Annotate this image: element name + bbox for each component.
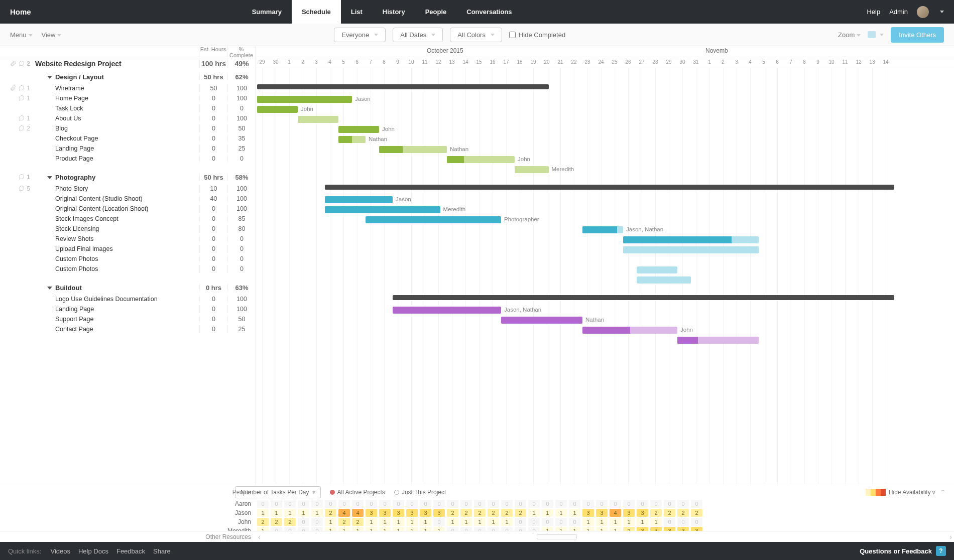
attachment-icon (10, 85, 16, 91)
nav-tab-schedule[interactable]: Schedule (292, 0, 341, 24)
hide-availability-toggle[interactable]: Hide Availability v (889, 489, 935, 496)
task-bar[interactable] (393, 307, 501, 314)
nav-tab-list[interactable]: List (341, 0, 373, 24)
task-row[interactable]: Contact Page025 (0, 324, 256, 334)
task-row[interactable]: Review Shots00 (0, 234, 256, 244)
summary-bar[interactable] (257, 84, 549, 89)
nav-tab-history[interactable]: History (373, 0, 415, 24)
color-mode-toggle[interactable] (868, 31, 884, 38)
scroll-right-icon[interactable]: › (947, 533, 954, 541)
scroll-left-icon[interactable]: ‹ (256, 533, 263, 541)
menu-dropdown[interactable]: Menu (10, 31, 33, 39)
comment-icon (18, 95, 25, 101)
task-bar[interactable] (325, 196, 393, 203)
footer-link-share[interactable]: Share (153, 547, 171, 555)
collapse-icon[interactable] (47, 287, 52, 290)
workload-cell: 2 (352, 518, 364, 526)
nav-tab-people[interactable]: People (415, 0, 457, 24)
task-bar[interactable] (582, 226, 623, 233)
task-row[interactable]: Custom Photos00 (0, 264, 256, 274)
task-row[interactable]: Landing Page025 (0, 144, 256, 154)
workload-cell: 1 (325, 518, 336, 526)
task-bar[interactable] (338, 136, 366, 143)
filter-colors[interactable]: All Colors (450, 28, 502, 42)
group-row[interactable]: Buildout0 hrs63% (0, 281, 256, 294)
summary-bar[interactable] (325, 185, 894, 190)
task-bar[interactable] (637, 266, 677, 273)
invite-button[interactable]: Invite Others (891, 27, 944, 43)
task-row[interactable]: 1Wireframe50100 (0, 83, 256, 93)
workload-cell: 0 (366, 500, 377, 508)
task-bar[interactable] (582, 327, 677, 334)
task-bar[interactable] (379, 146, 447, 153)
comment-count: 2 (27, 125, 30, 132)
collapse-icon[interactable] (47, 176, 52, 179)
workload-cell: 2 (677, 509, 689, 517)
workload-cell: 2 (664, 509, 675, 517)
task-bar[interactable] (677, 337, 759, 344)
collapse-panel-icon[interactable]: ⌃ (938, 488, 948, 496)
user-menu-caret[interactable] (940, 11, 944, 13)
summary-bar[interactable] (393, 295, 894, 300)
task-row[interactable]: 1About Us0100 (0, 113, 256, 123)
task-bar[interactable] (257, 106, 298, 113)
workload-cell: 0 (515, 527, 526, 531)
group-row[interactable]: 1Photography50 hrs58% (0, 171, 256, 184)
nav-tab-summary[interactable]: Summary (242, 0, 292, 24)
task-bar[interactable] (257, 96, 352, 103)
est-hours-cell: 10 (199, 185, 227, 192)
footer-link-feedback[interactable]: Feedback (116, 547, 145, 555)
task-bar[interactable] (623, 246, 759, 253)
task-bar[interactable] (366, 216, 501, 223)
task-list-panel: Est. Hours % Complete 2Website Redesign … (0, 46, 256, 485)
task-bar[interactable] (637, 276, 691, 284)
radio-all-projects[interactable]: All Active Projects (330, 489, 385, 496)
task-row[interactable]: Product Page00 (0, 154, 256, 164)
task-bar[interactable] (338, 126, 379, 133)
task-bar[interactable] (515, 166, 549, 173)
avatar[interactable] (917, 6, 929, 18)
horizontal-scrollbar[interactable] (263, 534, 948, 539)
nav-tab-conversations[interactable]: Conversations (456, 0, 522, 24)
task-row[interactable]: Logo Use Guidelines Documentation0100 (0, 294, 256, 304)
questions-feedback-button[interactable]: Questions or Feedback ? (860, 546, 946, 556)
task-row[interactable]: Upload Final Images00 (0, 244, 256, 254)
task-bar[interactable] (447, 156, 515, 163)
task-row[interactable]: 2Blog050 (0, 123, 256, 133)
footer-link-videos[interactable]: Videos (50, 547, 70, 555)
radio-this-project[interactable]: Just This Project (394, 489, 446, 496)
collapse-icon[interactable] (47, 76, 52, 79)
task-row[interactable]: Checkout Page035 (0, 133, 256, 144)
assignee-label: Photographer (504, 216, 539, 222)
task-row[interactable]: 5Photo Story10100 (0, 184, 256, 194)
workload-cell: 0 (691, 518, 702, 526)
task-row[interactable]: 1Home Page0100 (0, 93, 256, 103)
task-row[interactable]: Stock Licensing080 (0, 224, 256, 234)
task-bar[interactable] (501, 317, 582, 324)
task-row[interactable]: Stock Images Concept085 (0, 214, 256, 224)
task-row[interactable]: Custom Photos00 (0, 254, 256, 264)
admin-link[interactable]: Admin (889, 8, 908, 16)
footer-link-help-docs[interactable]: Help Docs (78, 547, 108, 555)
workload-cell: 1 (596, 518, 608, 526)
comment-count: 1 (27, 95, 30, 102)
task-bar[interactable] (298, 116, 338, 123)
task-row[interactable]: Landing Page0100 (0, 304, 256, 314)
workload-cell: 0 (433, 518, 445, 526)
group-row[interactable]: Design / Layout50 hrs62% (0, 70, 256, 83)
filter-everyone[interactable]: Everyone (334, 28, 386, 42)
filter-dates[interactable]: All Dates (393, 28, 443, 42)
project-row[interactable]: 2Website Redesign Project100 hrs49% (0, 57, 256, 70)
zoom-dropdown[interactable]: Zoom (838, 31, 861, 39)
task-row[interactable]: Task Lock00 (0, 103, 256, 113)
hide-completed-toggle[interactable]: Hide Completed (509, 31, 565, 39)
task-bar[interactable] (623, 236, 759, 243)
view-dropdown[interactable]: View (42, 31, 62, 39)
help-link[interactable]: Help (867, 8, 880, 16)
task-bar[interactable] (325, 206, 440, 213)
task-row[interactable]: Original Content (Studio Shoot)40100 (0, 194, 256, 204)
home-link[interactable]: Home (10, 8, 31, 16)
task-row[interactable]: Original Content (Location Shoot)0100 (0, 204, 256, 214)
task-row[interactable]: Support Page050 (0, 314, 256, 324)
day-label: 2 (301, 59, 304, 65)
